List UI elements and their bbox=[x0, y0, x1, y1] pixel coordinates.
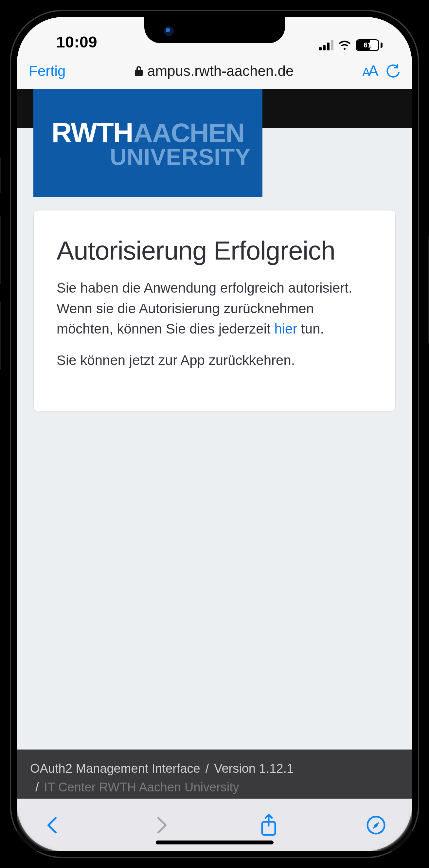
p1-after: tun. bbox=[297, 321, 324, 337]
footer-org: IT Center RWTH Aachen University bbox=[44, 780, 239, 794]
notch bbox=[144, 17, 285, 43]
phone-frame: 10:09 61 bbox=[0, 0, 429, 868]
lock-icon bbox=[134, 65, 143, 76]
back-button[interactable] bbox=[43, 815, 63, 835]
battery-percent: 61 bbox=[364, 41, 371, 50]
wifi-icon bbox=[338, 40, 351, 51]
web-content[interactable]: RWTH AACHEN UNIVERSITY Autorisierung Erf… bbox=[17, 89, 412, 799]
footer-version: Version 1.12.1 bbox=[214, 762, 294, 775]
done-button[interactable]: Fertig bbox=[29, 63, 65, 79]
logo-text-aachen: AACHEN bbox=[133, 118, 244, 148]
footer-app: OAuth2 Management Interface bbox=[30, 762, 200, 775]
reload-button[interactable] bbox=[386, 64, 400, 78]
rwth-logo: RWTH AACHEN UNIVERSITY bbox=[33, 89, 263, 197]
front-camera bbox=[164, 26, 174, 36]
page-footer: OAuth2 Management Interface/Version 1.12… bbox=[17, 749, 412, 799]
cellular-icon bbox=[319, 40, 333, 51]
card-paragraph-1: Sie haben die Anwendung erfolgreich auto… bbox=[57, 278, 372, 339]
card-title: Autorisierung Erfolgreich bbox=[57, 237, 372, 265]
card-paragraph-2: Sie können jetzt zur App zurückkehren. bbox=[57, 350, 372, 371]
safari-compass-button[interactable] bbox=[366, 815, 386, 835]
battery-icon: 61 bbox=[356, 39, 382, 51]
reader-text-size-button[interactable]: AA bbox=[362, 62, 378, 80]
address-bar[interactable]: ampus.rwth-aachen.de bbox=[73, 63, 354, 79]
url-text: ampus.rwth-aachen.de bbox=[147, 63, 294, 79]
home-indicator[interactable] bbox=[156, 840, 274, 844]
forward-button bbox=[151, 815, 171, 835]
volume-up-button bbox=[0, 216, 1, 285]
share-button[interactable] bbox=[259, 813, 278, 837]
volume-down-button bbox=[0, 301, 1, 370]
browser-toolbar: Fertig ampus.rwth-aachen.de AA bbox=[17, 53, 412, 89]
power-button bbox=[428, 236, 429, 344]
status-time: 10:09 bbox=[37, 33, 97, 51]
logo-text-university: UNIVERSITY bbox=[110, 144, 251, 170]
side-button bbox=[0, 157, 1, 193]
auth-success-card: Autorisierung Erfolgreich Sie haben die … bbox=[33, 210, 396, 411]
revoke-link[interactable]: hier bbox=[274, 321, 297, 337]
